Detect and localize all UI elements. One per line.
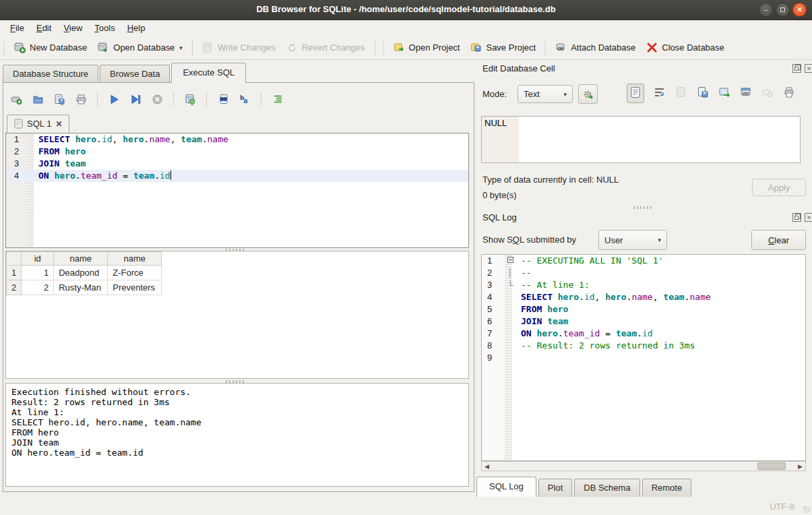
indent-icon[interactable]: [271, 92, 284, 106]
sql-log-view[interactable]: 1-- EXECUTING ALL IN 'SQL 1'2│--3└-- At …: [481, 254, 806, 461]
cell-value-editor[interactable]: NULL: [481, 116, 801, 163]
maximize-button[interactable]: [776, 3, 790, 17]
clear-log-button[interactable]: Clear: [751, 230, 806, 250]
scrollbar-thumb[interactable]: [757, 462, 786, 470]
editor-results-splitter[interactable]: [226, 249, 246, 251]
export-cell-button[interactable]: [697, 86, 709, 100]
menu-bar: File Edit View Tools Help: [0, 20, 812, 36]
sql-1-tab[interactable]: SQL 1 ✕: [7, 115, 69, 133]
tab-remote[interactable]: Remote: [642, 479, 692, 497]
menu-view[interactable]: View: [57, 22, 88, 34]
attach-database-icon: [555, 42, 567, 53]
toolbar-drag-handle[interactable]: [3, 40, 6, 55]
sql-toolbar: ba: [9, 92, 284, 107]
open-database-button[interactable]: Open Database ▾: [92, 39, 188, 56]
execute-all-icon[interactable]: [107, 92, 121, 106]
cell-log-splitter[interactable]: [633, 206, 654, 209]
show-sql-label: Show SQL submitted by: [482, 235, 576, 245]
toolbar-drag-handle[interactable]: [544, 40, 547, 55]
save-sql-file-icon[interactable]: [53, 92, 66, 106]
sql-file-icon: [14, 119, 23, 129]
close-button[interactable]: ✕: [792, 3, 807, 17]
tab-database-structure[interactable]: Database Structure: [3, 65, 98, 83]
open-project-button[interactable]: Open Project: [388, 39, 466, 56]
encoding-indicator[interactable]: UTF-8: [770, 502, 794, 512]
results-log-splitter[interactable]: [226, 380, 246, 383]
menu-file[interactable]: File: [4, 22, 30, 34]
float-panel-icon[interactable]: [792, 213, 801, 222]
menu-tools[interactable]: Tools: [88, 22, 121, 34]
app-window: DB Browser for SQLite - /home/user/code/…: [0, 0, 812, 515]
table-row[interactable]: 22Rusty-ManPreventers: [7, 280, 162, 295]
table-cell[interactable]: 2: [22, 280, 54, 295]
edit-cell-title: Edit Database Cell: [482, 63, 555, 73]
cell-value: NULL: [485, 118, 507, 128]
menu-help[interactable]: Help: [121, 22, 152, 34]
text-view-button[interactable]: [627, 84, 644, 103]
table-cell[interactable]: Deadpond: [54, 266, 108, 280]
table-row[interactable]: 11DeadpondZ-Force: [7, 266, 162, 280]
import-cell-button: [675, 86, 687, 100]
table-cell[interactable]: Preventers: [108, 280, 162, 295]
print-cell-button[interactable]: [783, 86, 795, 100]
sql-editor[interactable]: 1SELECT hero.id, hero.name, team.name2FR…: [5, 133, 469, 248]
submitted-by-select[interactable]: User▾: [598, 230, 667, 250]
execute-line-icon[interactable]: [129, 92, 142, 106]
sql-tab-bar: SQL 1 ✕: [7, 113, 69, 133]
main-toolbar: New Database Open Database ▾ Write Chang…: [0, 36, 812, 60]
gear-icon: [582, 88, 594, 100]
scroll-right-arrow[interactable]: ▶: [795, 462, 805, 471]
print-icon[interactable]: [74, 92, 88, 106]
save-results-icon[interactable]: [183, 92, 197, 106]
close-panel-icon[interactable]: ✕: [805, 64, 812, 73]
title-bar: DB Browser for SQLite - /home/user/code/…: [0, 0, 812, 20]
write-changes-button: Write Changes: [197, 39, 281, 56]
mode-label: Mode:: [482, 89, 507, 99]
table-cell[interactable]: Rusty-Man: [54, 280, 108, 295]
new-database-button[interactable]: New Database: [9, 39, 92, 56]
new-database-icon: [14, 42, 26, 53]
tab-sql-log[interactable]: SQL Log: [476, 477, 536, 497]
resize-grip[interactable]: [803, 506, 810, 513]
column-header[interactable]: id: [22, 252, 54, 266]
stop-icon: [150, 92, 164, 106]
word-wrap-button[interactable]: [654, 86, 666, 100]
results-grid[interactable]: id name name 11DeadpondZ-Force22Rusty-Ma…: [5, 251, 469, 379]
save-project-icon: [470, 42, 482, 53]
attach-database-button[interactable]: Attach Database: [550, 39, 641, 56]
tab-plot[interactable]: Plot: [538, 479, 572, 497]
auto-apply-button[interactable]: [578, 84, 598, 104]
svg-text:a: a: [243, 97, 248, 104]
close-sql-tab-icon[interactable]: ✕: [55, 119, 62, 129]
status-bar: UTF-8: [0, 497, 812, 515]
column-header[interactable]: name: [54, 252, 108, 266]
menu-edit[interactable]: Edit: [30, 22, 57, 34]
new-sql-tab-icon[interactable]: [9, 92, 23, 106]
close-database-button[interactable]: Close Database: [641, 39, 730, 56]
float-panel-icon[interactable]: [792, 64, 801, 73]
scroll-left-arrow[interactable]: ◀: [482, 462, 492, 471]
save-as-button[interactable]: [718, 86, 730, 100]
log-horizontal-scrollbar[interactable]: ◀ ▶: [481, 461, 806, 471]
save-project-button[interactable]: Save Project: [465, 39, 541, 56]
execution-message-area[interactable]: Execution finished without errors. Resul…: [5, 383, 469, 487]
cell-editor-toolbar: [627, 84, 795, 103]
minimize-button[interactable]: –: [759, 3, 773, 17]
column-header[interactable]: name: [108, 252, 162, 266]
tab-execute-sql[interactable]: Execute SQL: [171, 63, 246, 83]
table-cell[interactable]: Z-Force: [108, 266, 162, 280]
open-database-dropdown[interactable]: ▾: [179, 44, 183, 51]
copy-link-button[interactable]: [740, 86, 752, 100]
revert-changes-button: Revert Changes: [281, 39, 371, 56]
close-panel-icon[interactable]: ✕: [805, 213, 812, 222]
find-icon[interactable]: [216, 92, 230, 106]
table-cell[interactable]: 1: [22, 266, 54, 280]
font-icon[interactable]: ba: [238, 92, 251, 106]
tab-db-schema[interactable]: DB Schema: [574, 479, 639, 497]
open-sql-file-icon[interactable]: [31, 92, 44, 106]
toolbar-drag-handle[interactable]: [382, 40, 385, 55]
sql-log-code: 1-- EXECUTING ALL IN 'SQL 1'2│--3└-- At …: [482, 255, 805, 364]
dock-tab-bar: SQL Log Plot DB Schema Remote: [476, 477, 693, 497]
mode-select[interactable]: Text▾: [518, 85, 573, 103]
tab-browse-data[interactable]: Browse Data: [100, 65, 170, 83]
